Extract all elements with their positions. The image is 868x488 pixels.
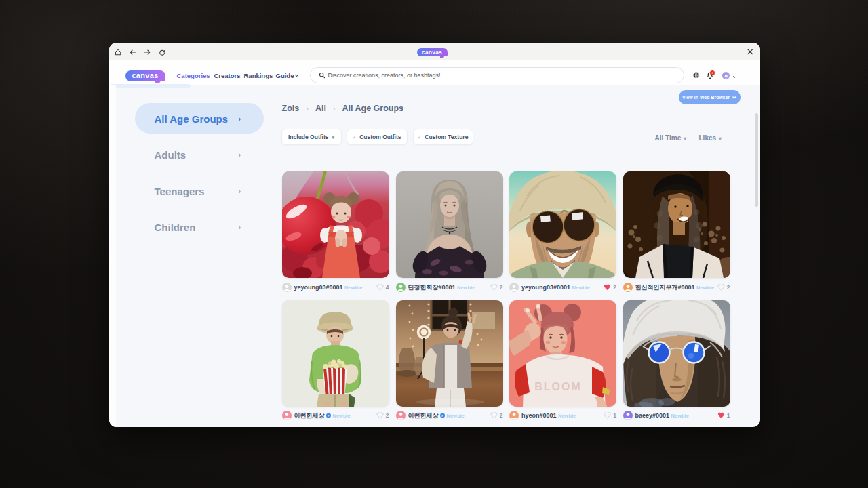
svg-text:BLOOM: BLOOM (534, 381, 582, 392)
